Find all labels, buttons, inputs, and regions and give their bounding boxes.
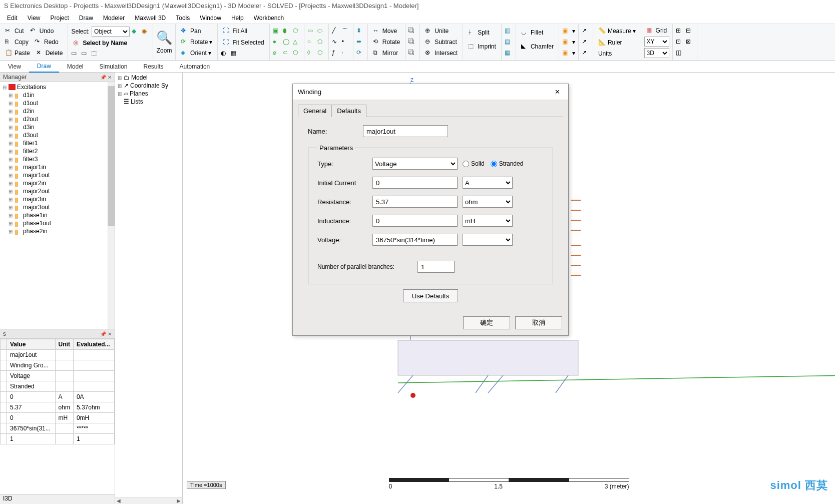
tab-automation[interactable]: Automation <box>172 61 218 72</box>
table-cell[interactable] <box>1 371 7 381</box>
cs2-icon[interactable]: ▣ <box>562 38 570 46</box>
table-cell[interactable]: mH <box>55 413 73 423</box>
table-cell[interactable] <box>1 392 7 402</box>
grid-button[interactable]: ▦Grid <box>644 26 669 35</box>
orient-button[interactable]: ◈Orient ▾ <box>179 49 214 58</box>
sel-opt2-icon[interactable]: ▭ <box>81 50 89 58</box>
props-col-unit[interactable]: Unit <box>55 339 73 350</box>
cancel-button[interactable]: 取消 <box>515 316 562 329</box>
dialog-titlebar[interactable]: Winding ✕ <box>293 84 568 100</box>
fillet-button[interactable]: ◡Fillet <box>519 28 556 37</box>
table-cell[interactable] <box>55 360 73 371</box>
table-cell[interactable] <box>55 350 73 360</box>
imprint-button[interactable]: ⬚Imprint <box>466 42 498 51</box>
props-col0[interactable] <box>1 339 7 350</box>
tab-view[interactable]: View <box>0 61 29 72</box>
cyl-icon[interactable]: ⬮ <box>283 27 291 35</box>
cs3-icon[interactable]: ▣ <box>562 49 570 57</box>
tab-results[interactable]: Results <box>136 61 172 72</box>
hex-icon[interactable]: ⬡ <box>317 49 325 57</box>
l-unit-dropdown[interactable]: mH <box>463 215 513 227</box>
line-icon[interactable]: ╱ <box>332 27 340 35</box>
menu-maxwell3d[interactable]: Maxwell 3D <box>130 13 171 23</box>
bond-icon[interactable]: ⊂ <box>283 49 291 57</box>
rotate-obj-button[interactable]: ⟲Rotate <box>371 38 402 47</box>
table-cell[interactable] <box>1 350 7 360</box>
table-cell[interactable] <box>1 402 7 413</box>
table-cell[interactable]: 0A <box>73 392 114 402</box>
poly-icon[interactable]: ⬠ <box>317 38 325 46</box>
tree-item[interactable]: ⊞major3in <box>1 195 114 203</box>
select-by-name-button[interactable]: ◎Select by Name <box>71 39 129 48</box>
table-row[interactable]: major1out <box>1 350 115 360</box>
space-dropdown[interactable]: 3D <box>644 48 669 58</box>
sep2-icon[interactable]: ▤ <box>505 38 513 46</box>
props-pin-icon[interactable]: 📌 <box>100 331 106 337</box>
branches-input[interactable] <box>418 261 455 273</box>
menu-draw[interactable]: Draw <box>74 13 98 23</box>
sweep2-icon[interactable]: ⬌ <box>356 38 364 46</box>
table-cell[interactable] <box>1 413 7 423</box>
intersect-button[interactable]: ⊗Intersect <box>423 49 460 58</box>
chamfer-button[interactable]: ◣Chamfer <box>519 42 556 51</box>
pm-close-icon[interactable]: ✕ <box>108 75 112 80</box>
table-cell[interactable]: Stranded <box>7 381 56 392</box>
modeltree-planes[interactable]: ⊞▱Planes <box>116 90 181 98</box>
select-mode-dropdown[interactable]: Object <box>92 27 130 37</box>
ellipse-icon[interactable]: ⬭ <box>317 27 325 35</box>
surf-icon[interactable]: ◊ <box>307 49 315 57</box>
menu-view[interactable]: View <box>23 13 46 23</box>
table-cell[interactable] <box>1 360 7 371</box>
table-cell[interactable] <box>73 350 114 360</box>
table-cell[interactable]: major1out <box>7 350 56 360</box>
pt-icon[interactable]: • <box>342 38 350 46</box>
table-row[interactable]: 0A0A <box>1 392 115 402</box>
ruler-button[interactable]: 📐Ruler <box>596 38 638 47</box>
axis1-icon[interactable]: ↗ <box>582 27 590 35</box>
inductance-input[interactable] <box>372 215 458 227</box>
resistance-input[interactable] <box>372 196 458 208</box>
modeltree-hscroll[interactable]: ◀▶ <box>115 497 182 504</box>
sep3-icon[interactable]: ▦ <box>505 49 513 57</box>
table-row[interactable]: Stranded <box>1 381 115 392</box>
arc-icon[interactable]: ⌒ <box>342 27 350 35</box>
menu-tools[interactable]: Tools <box>171 13 195 23</box>
cone-icon[interactable]: △ <box>293 38 301 46</box>
pm-pin-icon[interactable]: 📌 <box>100 75 106 80</box>
tree-item[interactable]: ⊞major3out <box>1 203 114 211</box>
tree-item[interactable]: ⊞d3in <box>1 123 114 131</box>
table-row[interactable]: 5.37ohm5.37ohm <box>1 402 115 413</box>
snap5-icon[interactable]: ◫ <box>676 49 684 57</box>
sep1-icon[interactable]: ▥ <box>505 27 513 35</box>
tree-item[interactable]: ⊞filter1 <box>1 139 114 147</box>
paste-button[interactable]: 📋Paste <box>3 49 32 58</box>
helix-icon[interactable]: ⌀ <box>273 49 281 57</box>
shape3-icon[interactable]: ⬡ <box>293 49 301 57</box>
menu-workbench[interactable]: Workbench <box>249 13 289 23</box>
box-icon[interactable]: ▣ <box>273 27 281 35</box>
mirror-button[interactable]: ⧉Mirror <box>371 49 402 58</box>
unite-button[interactable]: ⊕Unite <box>423 27 460 36</box>
measure-button[interactable]: 📏Measure ▾ <box>596 27 638 36</box>
fit-selected-button[interactable]: ⛶Fit Selected <box>221 38 266 47</box>
initial-current-input[interactable] <box>372 177 458 189</box>
table-row[interactable]: 11 <box>1 434 115 444</box>
modeltree-model[interactable]: ⊞🗀Model <box>116 74 181 82</box>
table-cell[interactable]: 36750*sin(31... <box>7 423 56 434</box>
table-cell[interactable] <box>55 434 73 444</box>
sweep1-icon[interactable]: ⬍ <box>356 27 364 35</box>
vopt2-icon[interactable]: ▦ <box>231 50 239 58</box>
menu-modeler[interactable]: Modeler <box>98 13 130 23</box>
props-col-eval[interactable]: Evaluated... <box>73 339 114 350</box>
tree-item[interactable]: ⊞major2in <box>1 179 114 187</box>
props-col-value[interactable]: Value <box>7 339 56 350</box>
table-cell[interactable] <box>55 381 73 392</box>
snap3-icon[interactable]: ⊡ <box>676 38 684 46</box>
table-cell[interactable] <box>55 371 73 381</box>
table-cell[interactable] <box>55 423 73 434</box>
table-cell[interactable] <box>1 423 7 434</box>
table-cell[interactable]: 0 <box>7 413 56 423</box>
plane-dropdown[interactable]: XY <box>644 37 669 47</box>
delete-button[interactable]: ✕Delete <box>34 49 65 58</box>
sphere-icon[interactable]: ● <box>273 38 281 46</box>
